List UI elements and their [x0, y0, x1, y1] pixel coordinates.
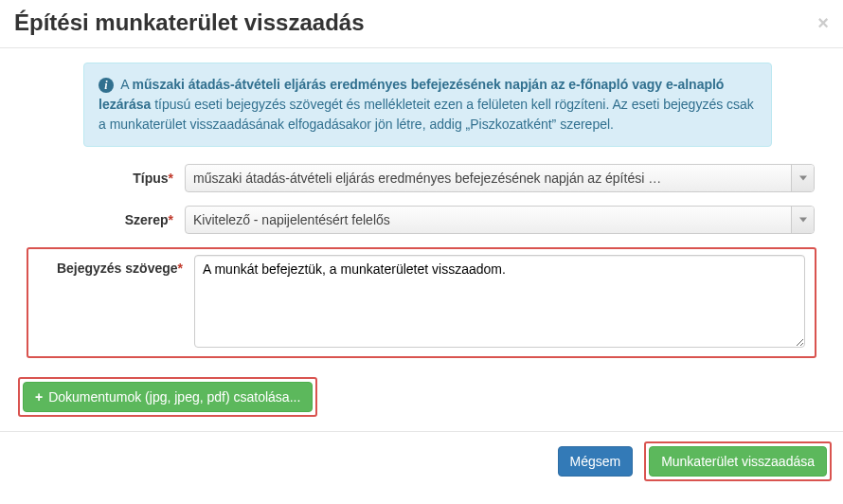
- attach-highlight: + Dokumentumok (jpg, jpeg, pdf) csatolás…: [18, 377, 317, 417]
- submit-button[interactable]: Munkaterület visszaadása: [649, 446, 827, 477]
- row-type: Típus* műszaki átadás-átvételi eljárás e…: [19, 164, 824, 192]
- required-mark: *: [169, 171, 173, 186]
- info-rest: típusú eseti bejegyzés szövegét és mellé…: [99, 97, 754, 132]
- attach-row: + Dokumentumok (jpg, jpeg, pdf) csatolás…: [19, 377, 824, 417]
- row-role: Szerep* Kivitelező - napijelentésért fel…: [19, 206, 824, 234]
- info-prefix: A: [120, 77, 132, 92]
- modal-header: Építési munkaterület visszaadás ×: [0, 0, 843, 48]
- select-type-value: műszaki átadás-átvételi eljárás eredmény…: [193, 171, 661, 186]
- required-mark: *: [169, 212, 173, 227]
- close-icon[interactable]: ×: [817, 13, 829, 32]
- select-type[interactable]: műszaki átadás-átvételi eljárás eredmény…: [185, 164, 815, 192]
- attach-button-label: Dokumentumok (jpg, jpeg, pdf) csatolása.…: [48, 389, 300, 405]
- submit-highlight: Munkaterület visszaadása: [644, 441, 832, 481]
- cancel-button[interactable]: Mégsem: [558, 446, 634, 477]
- chevron-down-icon: [791, 207, 814, 233]
- label-role: Szerep*: [28, 212, 185, 227]
- plus-icon: +: [35, 389, 43, 405]
- label-type: Típus*: [28, 171, 185, 186]
- modal-title: Építési munkaterület visszaadás: [14, 9, 829, 36]
- modal-body: i A műszaki átadás-átvételi eljárás ered…: [0, 48, 843, 431]
- info-icon: i: [99, 78, 114, 93]
- select-role-value: Kivitelező - napijelentésért felelős: [193, 212, 390, 227]
- select-role[interactable]: Kivitelező - napijelentésért felelős: [185, 206, 815, 234]
- attach-button[interactable]: + Dokumentumok (jpg, jpeg, pdf) csatolás…: [23, 382, 313, 412]
- row-entry-text: Bejegyzés szövege*: [27, 247, 816, 358]
- modal-footer: Mégsem Munkaterület visszaadása: [0, 431, 843, 489]
- info-alert: i A műszaki átadás-átvételi eljárás ered…: [83, 63, 772, 147]
- entry-textarea[interactable]: [194, 255, 805, 348]
- required-mark: *: [178, 261, 183, 276]
- chevron-down-icon: [791, 165, 814, 191]
- label-entry-text: Bejegyzés szövege*: [38, 255, 194, 276]
